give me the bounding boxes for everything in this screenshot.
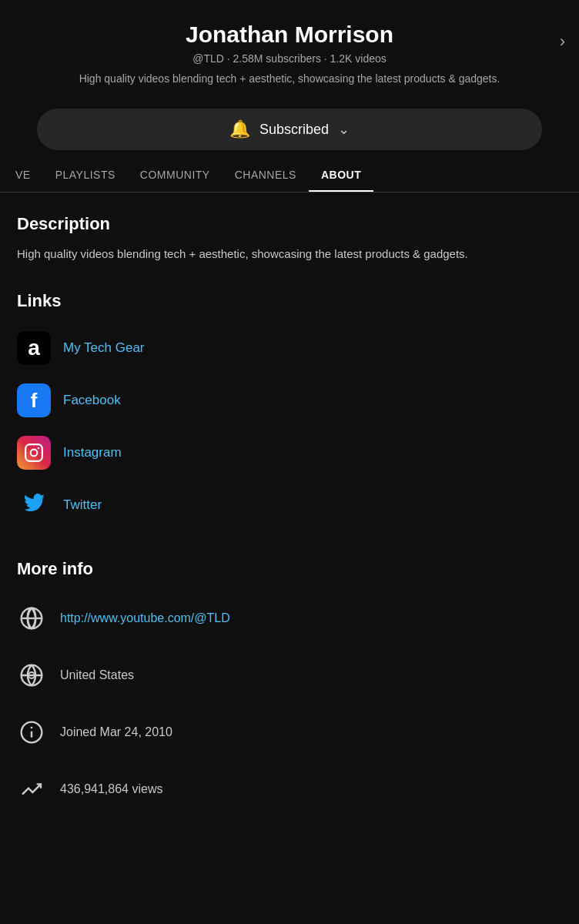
expand-icon[interactable]: › bbox=[560, 32, 565, 52]
tab-community[interactable]: COMMUNITY bbox=[128, 158, 223, 192]
info-item-url[interactable]: http://www.youtube.com/@TLD bbox=[17, 590, 562, 647]
svg-point-2 bbox=[38, 447, 40, 450]
svg-rect-0 bbox=[25, 444, 42, 461]
views-text: 436,941,864 views bbox=[60, 782, 162, 796]
description-body: High quality videos blending tech + aest… bbox=[17, 245, 562, 263]
link-label-twitter: Twitter bbox=[63, 497, 102, 513]
links-title: Links bbox=[17, 291, 562, 311]
info-item-views: 436,941,864 views bbox=[17, 761, 562, 818]
link-item-instagram[interactable]: Instagram bbox=[17, 427, 562, 479]
channel-meta: @TLD · 2.58M subscribers · 1.2K videos bbox=[15, 52, 564, 65]
separator2: · bbox=[324, 52, 330, 65]
link-item-twitter[interactable]: Twitter bbox=[17, 479, 562, 531]
twitter-icon bbox=[17, 488, 51, 522]
facebook-icon: f bbox=[17, 383, 51, 417]
tab-about[interactable]: ABOUT bbox=[309, 158, 373, 192]
separator1: · bbox=[227, 52, 233, 65]
svg-point-1 bbox=[31, 450, 38, 457]
links-section: Links a My Tech Gear f Facebook bbox=[17, 291, 562, 531]
chevron-down-icon: ⌄ bbox=[338, 121, 350, 138]
channel-name: Jonathan Morrison bbox=[15, 22, 564, 48]
globe-icon bbox=[17, 604, 46, 633]
tab-channels[interactable]: CHANNELS bbox=[223, 158, 309, 192]
link-label-facebook: Facebook bbox=[63, 393, 121, 408]
info-item-location: United States bbox=[17, 647, 562, 704]
more-info-section: More info http://www.youtube.com/@TLD bbox=[17, 559, 562, 818]
tab-playlists[interactable]: PLAYLISTS bbox=[43, 158, 128, 192]
svg-point-11 bbox=[31, 727, 33, 729]
subscriber-count: 2.58M subscribers bbox=[233, 52, 321, 65]
channel-description: High quality videos blending tech + aest… bbox=[74, 71, 505, 87]
location-text: United States bbox=[60, 668, 134, 682]
joined-text: Joined Mar 24, 2010 bbox=[60, 725, 172, 739]
tab-ve[interactable]: VE bbox=[3, 158, 43, 192]
subscribe-label: Subscribed bbox=[259, 122, 329, 138]
location-icon bbox=[17, 661, 46, 690]
about-content: Description High quality videos blending… bbox=[0, 192, 579, 839]
link-label-amazon: My Tech Gear bbox=[63, 340, 145, 356]
instagram-icon bbox=[17, 436, 51, 470]
subscribe-area: 🔔 Subscribed ⌄ bbox=[0, 95, 579, 158]
channel-url: http://www.youtube.com/@TLD bbox=[60, 611, 230, 625]
bell-icon: 🔔 bbox=[229, 119, 250, 139]
trending-icon bbox=[17, 775, 46, 804]
nav-tabs: VE PLAYLISTS COMMUNITY CHANNELS ABOUT bbox=[0, 158, 579, 192]
link-item-amazon[interactable]: a My Tech Gear bbox=[17, 322, 562, 374]
more-info-title: More info bbox=[17, 559, 562, 579]
channel-header: Jonathan Morrison @TLD · 2.58M subscribe… bbox=[0, 0, 579, 95]
info-circle-icon bbox=[17, 718, 46, 747]
channel-handle: @TLD bbox=[192, 52, 224, 65]
amazon-icon: a bbox=[17, 331, 51, 365]
video-count: 1.2K videos bbox=[330, 52, 387, 65]
description-title: Description bbox=[17, 214, 562, 234]
subscribe-button[interactable]: 🔔 Subscribed ⌄ bbox=[37, 109, 541, 150]
link-label-instagram: Instagram bbox=[63, 445, 122, 460]
link-item-facebook[interactable]: f Facebook bbox=[17, 374, 562, 427]
info-item-joined: Joined Mar 24, 2010 bbox=[17, 704, 562, 761]
